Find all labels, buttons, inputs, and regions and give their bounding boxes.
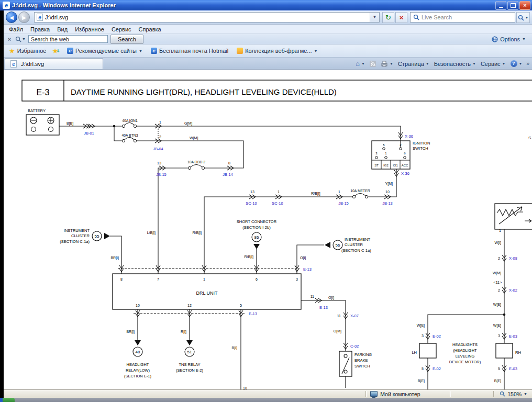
plus-icon: + xyxy=(57,48,60,54)
diagram-label: 11 xyxy=(337,314,341,318)
diagram-label: B[I] xyxy=(231,346,237,350)
diagram-label: O[M] xyxy=(334,329,341,333)
diagram-label: 12 xyxy=(187,304,192,307)
diagram-label: E-13 xyxy=(249,311,257,316)
component-boxes xyxy=(26,115,532,376)
addon-search-button[interactable]: Search xyxy=(110,35,143,44)
menu-tools[interactable]: Сервис xyxy=(108,26,135,33)
search-box[interactable]: Live Search xyxy=(410,12,515,23)
stop-button[interactable]: × xyxy=(395,12,407,23)
print-button[interactable]: ▼ xyxy=(379,60,395,68)
menu-file[interactable]: Файл xyxy=(5,26,27,33)
diagram-label: 48 xyxy=(136,350,140,354)
diagram-label: LH xyxy=(412,350,417,355)
forward-button[interactable]: ▶ xyxy=(18,12,30,23)
status-separator xyxy=(365,391,366,397)
diagram-label: JB-14 xyxy=(223,172,233,177)
diagram-label: 1 xyxy=(338,190,340,194)
diagram-label: SWITCH xyxy=(354,364,370,368)
diagram-label: DRL UNIT xyxy=(196,291,218,296)
diagram-label: INSTRUMENT xyxy=(64,228,90,233)
diagram-label: O[I] xyxy=(300,256,306,260)
help-icon: ? xyxy=(511,60,517,67)
zoom-control[interactable]: 150% ▼ xyxy=(495,391,532,397)
toolbar-options-button[interactable]: Options ▼ xyxy=(492,36,526,42)
feeds-button[interactable] xyxy=(368,60,378,68)
diagram-label: W[E] xyxy=(493,303,501,307)
diagram-label: TNS RELAY xyxy=(179,362,200,367)
favorites-item-web-slices[interactable]: Коллекция веб-фрагме... ▼ xyxy=(232,45,322,57)
diagram-label: R/B[I] xyxy=(192,231,202,235)
start-button-fragment[interactable] xyxy=(3,398,15,402)
overflow-chevron-icon[interactable]: » xyxy=(525,61,531,66)
address-bar[interactable]: e J:\drl.svg ▼ xyxy=(34,12,380,23)
maximize-button[interactable] xyxy=(507,1,518,10)
tools-menu-button[interactable]: Сервис▼ xyxy=(479,60,508,68)
back-button[interactable]: ◀ xyxy=(6,12,17,23)
diagram-label: X-36 xyxy=(401,171,409,176)
diagram-label: 11 xyxy=(311,295,314,298)
diagram-label: W[M] xyxy=(190,136,198,140)
diagram-label: HEADLIGHT xyxy=(127,362,149,367)
diagram-label: SC-10 xyxy=(246,201,257,206)
diagram-label: CLUSTER xyxy=(345,242,363,247)
diagram-label: JB-15 xyxy=(338,201,349,206)
diagram-label: C-02 xyxy=(350,344,359,349)
diagram-label: BRAKE xyxy=(354,358,368,363)
menu-favorites[interactable]: Избранное xyxy=(71,26,108,33)
close-button[interactable]: × xyxy=(519,1,530,10)
active-tab[interactable]: e J:\drl.svg xyxy=(5,58,103,69)
diagram-label: CLUSTER xyxy=(71,233,90,238)
diagram-label: 6 xyxy=(256,277,258,281)
refresh-button[interactable]: ↻ xyxy=(382,12,394,23)
diagram-label: 10A OBD 2 xyxy=(187,160,205,164)
security-zone-pane[interactable]: Мой компьютер xyxy=(367,391,449,397)
browser-window: e J:\drl.svg - Windows Internet Explorer… xyxy=(0,0,532,402)
page-icon: e xyxy=(37,14,43,21)
diagram-label: E-03 xyxy=(509,334,517,339)
search-icon xyxy=(413,14,419,20)
favorites-item-label: Рекомендуемые сайты xyxy=(75,48,137,54)
home-button[interactable]: ⌂▼ xyxy=(353,60,367,68)
security-zone-label: Мой компьютер xyxy=(380,391,420,397)
junction-dots xyxy=(113,125,506,316)
diagram-label: E-02 xyxy=(433,334,441,339)
favorites-item-suggested-sites[interactable]: e Рекомендуемые сайты ▼ xyxy=(63,45,147,57)
search-go-button[interactable]: ▼ xyxy=(516,12,530,23)
diagram-label: E-02 xyxy=(433,366,441,371)
add-favorite-button[interactable]: ★ + xyxy=(49,48,63,54)
diagram-label: LEVELING xyxy=(456,354,475,359)
minimize-button[interactable] xyxy=(495,1,506,10)
diagram-label: DEVICE MOTOR) xyxy=(449,360,481,364)
help-menu-button[interactable]: ?▼ xyxy=(508,59,525,68)
favorites-item-label: Коллекция веб-фрагме... xyxy=(245,48,312,54)
taskbar-strip[interactable] xyxy=(0,398,532,402)
window-title: J:\drl.svg - Windows Internet Explorer xyxy=(12,2,495,8)
rss-feed-icon xyxy=(370,61,376,67)
diagram-label: 40A BTN3 xyxy=(122,133,138,137)
menu-help[interactable]: Справка xyxy=(135,26,165,33)
address-dropdown-button[interactable]: ▼ xyxy=(370,13,379,22)
diagram-label: 86 xyxy=(254,235,259,240)
chevron-down-icon: ▼ xyxy=(519,62,523,65)
page-icon: e xyxy=(10,60,17,68)
search-placeholder: Live Search xyxy=(422,14,452,20)
diagram-label: 2 xyxy=(159,135,161,139)
title-bar[interactable]: e J:\drl.svg - Windows Internet Explorer… xyxy=(0,0,532,10)
favorites-button[interactable]: ★ Избранное xyxy=(6,48,49,54)
toolbar-close-icon[interactable]: × xyxy=(6,36,13,42)
favorites-item-hotmail[interactable]: e Бесплатная почта Hotmail xyxy=(147,45,232,57)
menu-view[interactable]: Вид xyxy=(53,26,71,33)
menu-edit[interactable]: Правка xyxy=(27,26,53,33)
addon-search-toolbar: × ▼ Search the web Search Options ▼ xyxy=(4,34,532,44)
diagram-label: R/B[I] xyxy=(311,192,320,196)
toolbar-search-menu-button[interactable]: ▼ xyxy=(15,36,26,42)
addon-search-input[interactable]: Search the web xyxy=(28,35,108,43)
safety-menu-button[interactable]: Безопасность▼ xyxy=(432,60,478,68)
diagram-label: IGNITION xyxy=(413,141,430,146)
diagram-label: 7 xyxy=(157,277,159,281)
page-menu-button[interactable]: Страница▼ xyxy=(396,60,431,68)
diagram-label: JB-15 xyxy=(156,172,167,177)
diagram-label: E-03 xyxy=(509,366,517,371)
diagram-label: ACC xyxy=(402,164,408,167)
